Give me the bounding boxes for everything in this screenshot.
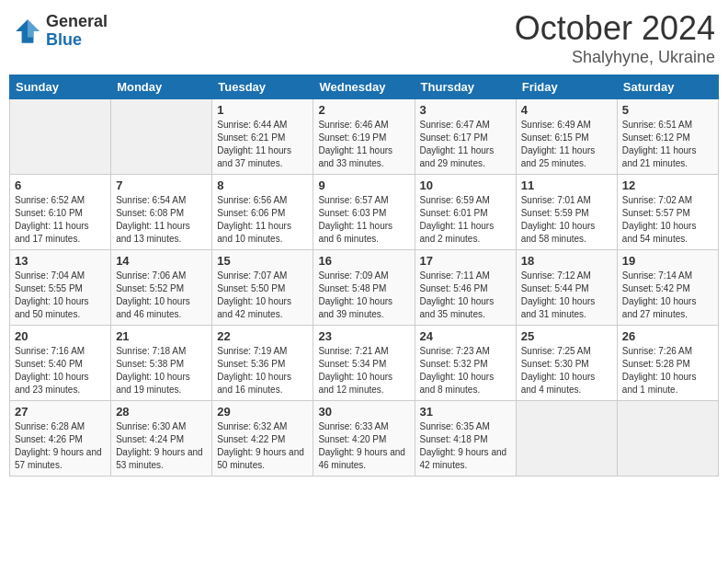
day-number: 22	[217, 329, 308, 343]
calendar-header-row: SundayMondayTuesdayWednesdayThursdayFrid…	[10, 75, 719, 99]
day-of-week-header: Saturday	[617, 75, 718, 99]
day-number: 18	[521, 254, 612, 268]
calendar-cell: 3Sunrise: 6:47 AM Sunset: 6:17 PM Daylig…	[415, 99, 516, 175]
calendar-cell: 10Sunrise: 6:59 AM Sunset: 6:01 PM Dayli…	[415, 175, 516, 250]
day-number: 6	[15, 178, 106, 192]
calendar-body: 1Sunrise: 6:44 AM Sunset: 6:21 PM Daylig…	[10, 99, 719, 477]
day-number: 31	[420, 405, 511, 419]
day-number: 4	[521, 103, 612, 117]
calendar-cell: 1Sunrise: 6:44 AM Sunset: 6:21 PM Daylig…	[212, 99, 313, 175]
day-number: 28	[116, 405, 207, 419]
location-title: Shalyhyne, Ukraine	[515, 48, 715, 67]
day-number: 12	[622, 178, 713, 192]
day-info: Sunrise: 7:11 AM Sunset: 5:46 PM Dayligh…	[420, 270, 511, 321]
day-number: 15	[217, 254, 308, 268]
day-info: Sunrise: 6:30 AM Sunset: 4:24 PM Dayligh…	[116, 420, 207, 472]
calendar-cell	[111, 99, 212, 175]
day-info: Sunrise: 7:12 AM Sunset: 5:44 PM Dayligh…	[521, 270, 612, 321]
calendar-cell: 4Sunrise: 6:49 AM Sunset: 6:15 PM Daylig…	[516, 99, 617, 175]
calendar-cell: 8Sunrise: 6:56 AM Sunset: 6:06 PM Daylig…	[212, 175, 313, 250]
logo-text: General Blue	[46, 13, 108, 50]
day-number: 5	[622, 103, 713, 117]
calendar-cell: 20Sunrise: 7:16 AM Sunset: 5:40 PM Dayli…	[10, 326, 111, 401]
day-info: Sunrise: 7:14 AM Sunset: 5:42 PM Dayligh…	[622, 270, 713, 321]
day-info: Sunrise: 7:02 AM Sunset: 5:57 PM Dayligh…	[622, 194, 713, 246]
day-number: 1	[217, 103, 308, 117]
day-number: 29	[217, 405, 308, 419]
day-of-week-header: Thursday	[415, 75, 516, 99]
calendar-cell: 17Sunrise: 7:11 AM Sunset: 5:46 PM Dayli…	[415, 250, 516, 326]
day-number: 23	[318, 329, 409, 343]
page-header: General Blue October 2024 Shalyhyne, Ukr…	[9, 9, 719, 67]
day-info: Sunrise: 6:49 AM Sunset: 6:15 PM Dayligh…	[521, 119, 612, 170]
day-info: Sunrise: 7:18 AM Sunset: 5:38 PM Dayligh…	[116, 345, 207, 396]
day-number: 9	[318, 178, 409, 192]
day-of-week-header: Sunday	[10, 75, 111, 99]
day-number: 7	[116, 178, 207, 192]
logo-general-text: General	[46, 13, 108, 31]
day-info: Sunrise: 6:35 AM Sunset: 4:18 PM Dayligh…	[420, 420, 511, 472]
calendar-cell: 15Sunrise: 7:07 AM Sunset: 5:50 PM Dayli…	[212, 250, 313, 326]
month-title: October 2024	[515, 9, 715, 48]
day-number: 30	[318, 405, 409, 419]
calendar-cell: 11Sunrise: 7:01 AM Sunset: 5:59 PM Dayli…	[516, 175, 617, 250]
day-info: Sunrise: 6:54 AM Sunset: 6:08 PM Dayligh…	[116, 194, 207, 246]
day-number: 24	[420, 329, 511, 343]
day-number: 13	[15, 254, 106, 268]
day-number: 16	[318, 254, 409, 268]
calendar-cell: 19Sunrise: 7:14 AM Sunset: 5:42 PM Dayli…	[617, 250, 718, 326]
day-of-week-header: Friday	[516, 75, 617, 99]
day-of-week-header: Wednesday	[313, 75, 415, 99]
day-number: 17	[420, 254, 511, 268]
day-info: Sunrise: 6:32 AM Sunset: 4:22 PM Dayligh…	[217, 420, 308, 472]
calendar-cell: 5Sunrise: 6:51 AM Sunset: 6:12 PM Daylig…	[617, 99, 718, 175]
day-info: Sunrise: 6:51 AM Sunset: 6:12 PM Dayligh…	[622, 119, 713, 170]
day-info: Sunrise: 6:52 AM Sunset: 6:10 PM Dayligh…	[15, 194, 106, 246]
day-info: Sunrise: 6:44 AM Sunset: 6:21 PM Dayligh…	[217, 119, 308, 170]
logo-blue-text: Blue	[46, 31, 108, 50]
day-info: Sunrise: 7:19 AM Sunset: 5:36 PM Dayligh…	[217, 345, 308, 396]
day-number: 27	[15, 405, 106, 419]
day-info: Sunrise: 6:56 AM Sunset: 6:06 PM Dayligh…	[217, 194, 308, 246]
day-number: 10	[420, 178, 511, 192]
calendar-cell: 13Sunrise: 7:04 AM Sunset: 5:55 PM Dayli…	[10, 250, 111, 326]
day-number: 25	[521, 329, 612, 343]
calendar-cell: 14Sunrise: 7:06 AM Sunset: 5:52 PM Dayli…	[111, 250, 212, 326]
calendar-cell: 12Sunrise: 7:02 AM Sunset: 5:57 PM Dayli…	[617, 175, 718, 250]
day-info: Sunrise: 7:09 AM Sunset: 5:48 PM Dayligh…	[318, 270, 409, 321]
day-number: 8	[217, 178, 308, 192]
calendar-table: SundayMondayTuesdayWednesdayThursdayFrid…	[9, 75, 719, 477]
day-info: Sunrise: 7:04 AM Sunset: 5:55 PM Dayligh…	[15, 270, 106, 321]
day-number: 26	[622, 329, 713, 343]
svg-marker-1	[28, 19, 40, 37]
calendar-cell: 18Sunrise: 7:12 AM Sunset: 5:44 PM Dayli…	[516, 250, 617, 326]
day-of-week-header: Tuesday	[212, 75, 313, 99]
day-info: Sunrise: 7:07 AM Sunset: 5:50 PM Dayligh…	[217, 270, 308, 321]
title-block: October 2024 Shalyhyne, Ukraine	[515, 9, 715, 67]
day-number: 14	[116, 254, 207, 268]
calendar-cell: 29Sunrise: 6:32 AM Sunset: 4:22 PM Dayli…	[212, 401, 313, 477]
calendar-cell	[617, 401, 718, 477]
day-info: Sunrise: 7:23 AM Sunset: 5:32 PM Dayligh…	[420, 345, 511, 396]
day-info: Sunrise: 7:25 AM Sunset: 5:30 PM Dayligh…	[521, 345, 612, 396]
calendar-cell: 27Sunrise: 6:28 AM Sunset: 4:26 PM Dayli…	[10, 401, 111, 477]
day-info: Sunrise: 6:28 AM Sunset: 4:26 PM Dayligh…	[15, 420, 106, 472]
calendar-cell: 9Sunrise: 6:57 AM Sunset: 6:03 PM Daylig…	[313, 175, 415, 250]
calendar-cell: 30Sunrise: 6:33 AM Sunset: 4:20 PM Dayli…	[313, 401, 415, 477]
calendar-cell: 16Sunrise: 7:09 AM Sunset: 5:48 PM Dayli…	[313, 250, 415, 326]
day-number: 21	[116, 329, 207, 343]
calendar-week-row: 13Sunrise: 7:04 AM Sunset: 5:55 PM Dayli…	[10, 250, 719, 326]
calendar-week-row: 27Sunrise: 6:28 AM Sunset: 4:26 PM Dayli…	[10, 401, 719, 477]
calendar-week-row: 1Sunrise: 6:44 AM Sunset: 6:21 PM Daylig…	[10, 99, 719, 175]
day-info: Sunrise: 6:57 AM Sunset: 6:03 PM Dayligh…	[318, 194, 409, 246]
day-info: Sunrise: 6:46 AM Sunset: 6:19 PM Dayligh…	[318, 119, 409, 170]
day-info: Sunrise: 7:21 AM Sunset: 5:34 PM Dayligh…	[318, 345, 409, 396]
day-number: 3	[420, 103, 511, 117]
day-info: Sunrise: 7:16 AM Sunset: 5:40 PM Dayligh…	[15, 345, 106, 396]
calendar-cell: 22Sunrise: 7:19 AM Sunset: 5:36 PM Dayli…	[212, 326, 313, 401]
calendar-cell: 28Sunrise: 6:30 AM Sunset: 4:24 PM Dayli…	[111, 401, 212, 477]
day-number: 20	[15, 329, 106, 343]
day-info: Sunrise: 7:26 AM Sunset: 5:28 PM Dayligh…	[622, 345, 713, 396]
day-of-week-header: Monday	[111, 75, 212, 99]
day-info: Sunrise: 6:59 AM Sunset: 6:01 PM Dayligh…	[420, 194, 511, 246]
